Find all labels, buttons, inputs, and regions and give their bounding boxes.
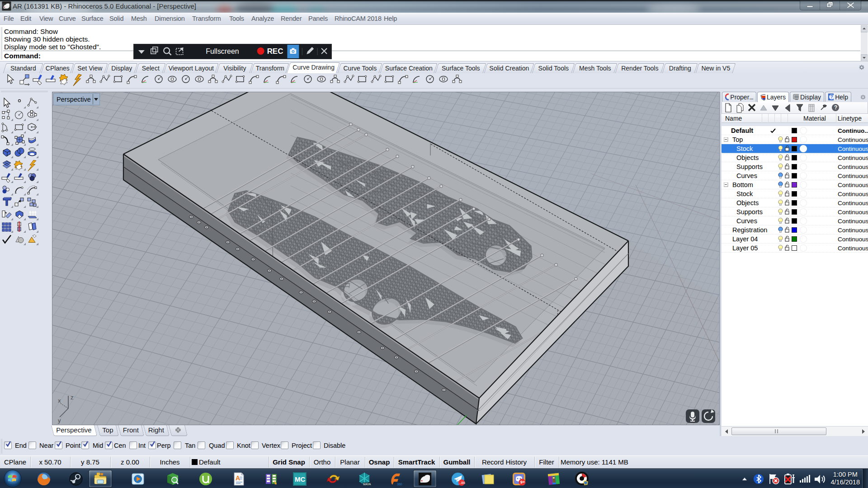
svg-text:?: ? xyxy=(834,104,837,111)
svg-text:x: x xyxy=(58,397,61,404)
svg-text:..86: ..86 xyxy=(459,481,466,485)
svg-text:REC: REC xyxy=(267,47,283,56)
svg-text:MC: MC xyxy=(295,475,305,483)
svg-text:z: z xyxy=(71,394,74,401)
svg-text:MAYA: MAYA xyxy=(363,483,371,486)
svg-text:9+: 9+ xyxy=(520,480,525,484)
svg-text:Fullscreen: Fullscreen xyxy=(206,47,239,55)
svg-text:y: y xyxy=(58,417,61,424)
svg-text:360: 360 xyxy=(397,483,402,486)
svg-text:A: A xyxy=(236,474,240,482)
svg-text:?: ? xyxy=(830,94,833,99)
